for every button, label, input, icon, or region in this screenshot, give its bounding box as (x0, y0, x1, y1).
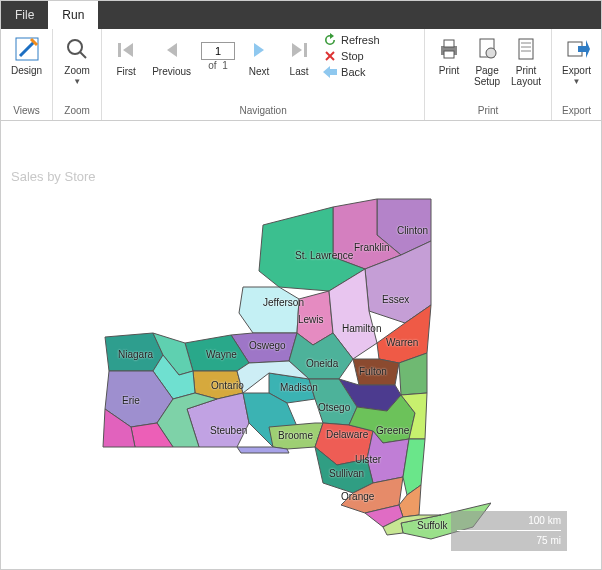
export-icon (563, 35, 591, 63)
next-label: Next (249, 66, 270, 77)
page-setup-label: Page Setup (474, 65, 500, 87)
group-zoom: Zoom ▼ Zoom (53, 29, 102, 120)
group-views-label: Views (9, 103, 44, 116)
printer-icon (435, 35, 463, 63)
svg-line-2 (80, 52, 86, 58)
page-setup-button[interactable]: Page Setup (471, 33, 503, 89)
group-views: Design Views (1, 29, 53, 120)
back-label: Back (341, 66, 365, 78)
export-button[interactable]: Export ▼ (560, 33, 593, 88)
county-label: Clinton (397, 225, 428, 236)
map: ClintonFranklinSt. LawrenceEssexJefferso… (101, 195, 491, 555)
county-label: Steuben (210, 425, 247, 436)
svg-point-16 (486, 48, 496, 58)
svg-marker-6 (254, 43, 264, 57)
ny-map-svg (101, 195, 491, 555)
county-label: Orange (341, 491, 374, 502)
county-label: Hamilton (342, 323, 381, 334)
nav-actions: Refresh Stop Back (323, 33, 380, 79)
next-icon (245, 36, 273, 64)
first-button[interactable]: First (110, 34, 142, 79)
first-icon (112, 36, 140, 64)
zoom-button[interactable]: Zoom ▼ (61, 33, 93, 88)
first-label: First (116, 66, 135, 77)
county-label: Fulton (359, 366, 387, 377)
magnifier-icon (63, 35, 91, 63)
stop-button[interactable]: Stop (323, 49, 380, 63)
tab-file[interactable]: File (1, 1, 48, 29)
county-label: Ontario (211, 380, 244, 391)
print-layout-label: Print Layout (511, 65, 541, 87)
of-label: of (208, 60, 216, 71)
design-button[interactable]: Design (9, 33, 44, 78)
county-label: Warren (386, 337, 418, 348)
county-label: Lewis (298, 314, 324, 325)
page-input[interactable] (201, 42, 235, 60)
chevron-down-icon: ▼ (73, 78, 81, 86)
layout-icon (512, 35, 540, 63)
tab-run[interactable]: Run (48, 1, 98, 29)
svg-rect-8 (304, 43, 307, 57)
county-label: Suffolk (417, 520, 447, 531)
page-indicator: of 1 (201, 42, 235, 71)
group-navigation: First Previous of 1 Next Last R (102, 29, 425, 120)
stop-label: Stop (341, 50, 364, 62)
print-button[interactable]: Print (433, 33, 465, 78)
previous-label: Previous (152, 66, 191, 77)
svg-marker-5 (167, 43, 177, 57)
total-pages: 1 (222, 60, 228, 71)
zoom-label: Zoom (64, 65, 90, 76)
svg-marker-11 (323, 66, 337, 78)
group-navigation-label: Navigation (110, 103, 416, 116)
county-jefferson (239, 287, 299, 333)
svg-marker-7 (292, 43, 302, 57)
tab-bar: File Run (1, 1, 601, 29)
svg-point-1 (68, 40, 82, 54)
report-title: Sales by Store (11, 169, 96, 184)
next-button[interactable]: Next (243, 34, 275, 79)
print-layout-button[interactable]: Print Layout (509, 33, 543, 89)
last-button[interactable]: Last (283, 34, 315, 79)
svg-rect-13 (444, 40, 454, 47)
refresh-label: Refresh (341, 34, 380, 46)
svg-rect-17 (519, 39, 533, 59)
county-label: Oswego (249, 340, 286, 351)
group-zoom-label: Zoom (61, 103, 93, 116)
county-label: Sullivan (329, 468, 364, 479)
group-print-label: Print (433, 103, 543, 116)
scale-mi: 75 mi (457, 535, 561, 546)
back-button[interactable]: Back (323, 65, 380, 79)
svg-rect-14 (444, 51, 454, 58)
design-icon (13, 35, 41, 63)
county-label: Madison (280, 382, 318, 393)
group-export: Export ▼ Export (552, 29, 601, 120)
refresh-button[interactable]: Refresh (323, 33, 380, 47)
county-label: Otsego (318, 402, 350, 413)
group-print: Print Page Setup Print Layout Print (425, 29, 552, 120)
stop-icon (323, 49, 337, 63)
county-label: Broome (278, 430, 313, 441)
scale-line (457, 530, 561, 531)
refresh-icon (323, 33, 337, 47)
last-icon (285, 36, 313, 64)
county-label: Delaware (326, 429, 368, 440)
export-label: Export (562, 65, 591, 76)
county-label: Essex (382, 294, 409, 305)
scale-km: 100 km (457, 515, 561, 526)
county-label: St. Lawrence (295, 250, 353, 261)
county-label: Wayne (206, 349, 237, 360)
back-icon (323, 65, 337, 79)
previous-button[interactable]: Previous (150, 34, 193, 79)
county-tioga (237, 447, 289, 453)
last-label: Last (290, 66, 309, 77)
page-setup-icon (473, 35, 501, 63)
chevron-down-icon: ▼ (573, 78, 581, 86)
print-label: Print (439, 65, 460, 76)
county-label: Greene (376, 425, 409, 436)
group-export-label: Export (560, 103, 593, 116)
svg-marker-4 (123, 43, 133, 57)
county-label: Erie (122, 395, 140, 406)
county-label: Oneida (306, 358, 338, 369)
county-label: Ulster (355, 454, 381, 465)
design-label: Design (11, 65, 42, 76)
